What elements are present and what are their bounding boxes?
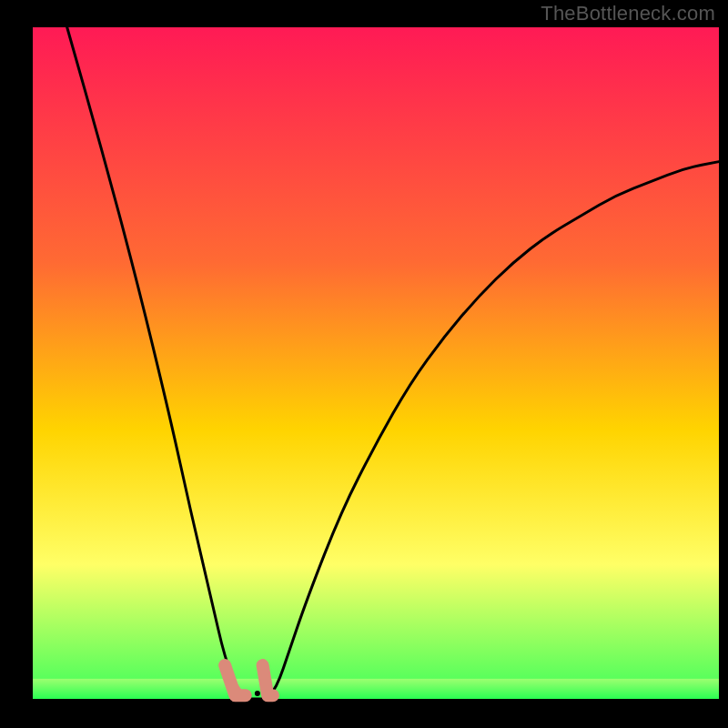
watermark-text: TheBottleneck.com xyxy=(541,2,715,25)
trough-dot xyxy=(255,691,260,696)
chart-svg xyxy=(0,0,728,728)
bottleneck-chart: TheBottleneck.com xyxy=(0,0,728,728)
optimal-band xyxy=(33,679,719,699)
plot-background xyxy=(33,27,719,699)
